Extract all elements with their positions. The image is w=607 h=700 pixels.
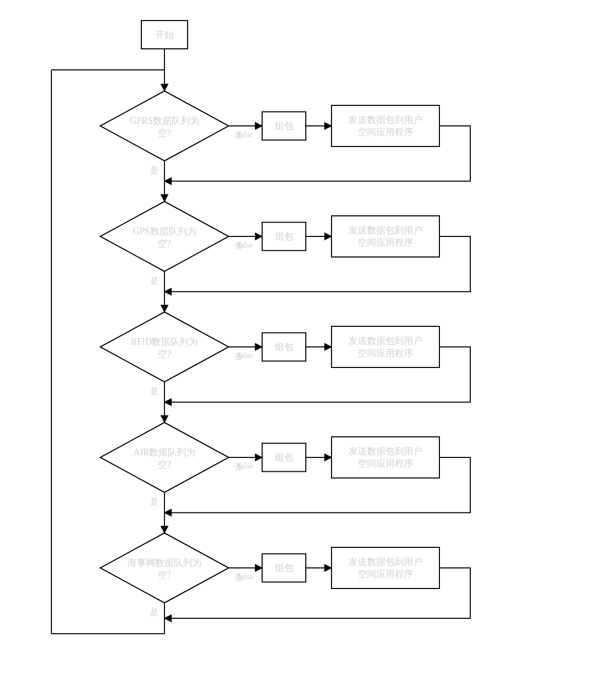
yes-label-1: 是	[150, 277, 158, 285]
yes-label-4: 是	[150, 608, 158, 617]
decision-label2-4: 空?	[158, 570, 171, 580]
no-label-0: 否	[234, 131, 242, 140]
send-label1-4: 发送数据包到用户	[348, 557, 422, 567]
pack-label-4: 组包	[275, 563, 293, 573]
pack-label-3: 组包	[275, 452, 293, 463]
yes-label-3: 是	[150, 498, 158, 506]
decision-label-3: AIR数据队列为	[134, 447, 196, 457]
flowchart-svg: 开始GPRS数据队列为空?false否组包发送数据包到用户空间应用程序是GPS数…	[0, 0, 607, 700]
send-label1-2: 发送数据包到用户	[348, 336, 422, 346]
no-label-2: 否	[234, 352, 242, 361]
send-node-3	[332, 437, 439, 478]
send-node-2	[332, 326, 439, 367]
send-label1-0: 发送数据包到用户	[348, 115, 422, 125]
decision-1	[100, 201, 229, 271]
pack-label-2: 组包	[275, 342, 293, 352]
send-label2-0: 空间应用程序	[358, 127, 413, 137]
send-label1-3: 发送数据包到用户	[348, 446, 422, 456]
decision-4	[100, 533, 229, 603]
yes-label-0: 是	[150, 166, 158, 175]
pack-label-0: 组包	[275, 121, 293, 131]
send-label2-3: 空间应用程序	[358, 458, 413, 469]
send-label2-4: 空间应用程序	[358, 569, 413, 579]
send-label2-1: 空间应用程序	[358, 237, 413, 248]
decision-label-0: GPRS数据队列为	[130, 116, 199, 126]
yes-label-2: 是	[150, 387, 158, 396]
send-label2-2: 空间应用程序	[358, 348, 413, 358]
no-label-1: 否	[234, 242, 242, 250]
send-node-4	[332, 547, 439, 588]
send-node-1	[332, 216, 439, 257]
decision-label2-0: 空?	[158, 128, 171, 138]
decision-label-4: 海事网数据队列为	[127, 558, 201, 568]
decision-label2-3: 空?	[158, 459, 171, 470]
no-label-3: 否	[234, 463, 242, 471]
decision-label-1: GPS数据队列为	[133, 226, 196, 236]
start-label: 开始	[155, 30, 174, 40]
decision-label-2: RFID数据队列为	[131, 337, 198, 347]
send-label1-1: 发送数据包到用户	[348, 225, 422, 235]
send-node-0	[332, 105, 439, 146]
no-label-4: 否	[234, 573, 242, 582]
decision-0	[100, 91, 229, 161]
decision-label2-2: 空?	[158, 349, 171, 359]
decision-2	[100, 312, 229, 382]
decision-label2-1: 空?	[158, 238, 171, 249]
flowchart-canvas: 开始GPRS数据队列为空?false否组包发送数据包到用户空间应用程序是GPS数…	[0, 0, 607, 700]
decision-3	[100, 422, 229, 492]
pack-label-1: 组包	[275, 231, 293, 242]
